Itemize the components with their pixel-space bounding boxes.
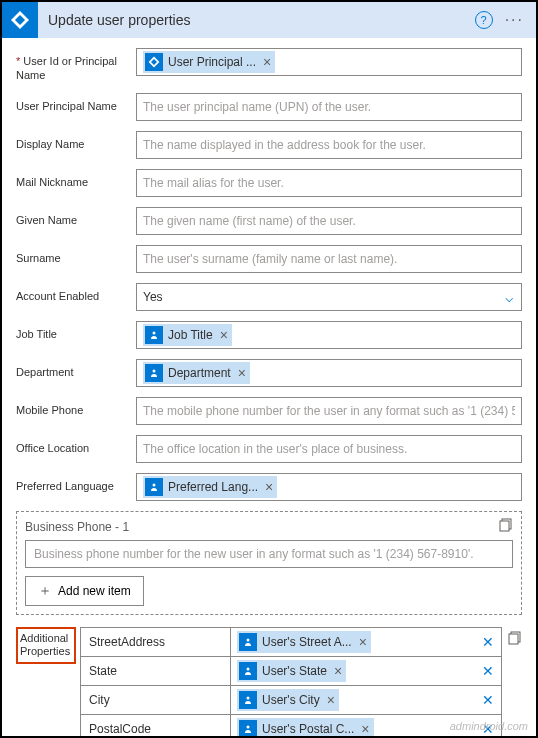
dynamic-content-icon <box>145 364 163 382</box>
property-token[interactable]: User's State× <box>237 660 346 682</box>
panel-header: Update user properties ? ··· <box>2 2 536 38</box>
remove-token-icon[interactable]: × <box>327 692 335 708</box>
dynamic-content-icon <box>239 691 257 709</box>
mobile-phone-label: Mobile Phone <box>16 397 136 417</box>
svg-rect-21 <box>509 634 518 644</box>
upn-label: User Principal Name <box>16 93 136 113</box>
property-row: StateUser's State×✕ <box>81 657 501 686</box>
additional-properties-table: StreetAddressUser's Street A...×✕StateUs… <box>80 627 502 738</box>
remove-token-icon[interactable]: × <box>361 721 369 737</box>
job-title-field[interactable]: Job Title × <box>136 321 522 349</box>
department-field[interactable]: Department × <box>136 359 522 387</box>
property-key[interactable]: StreetAddress <box>81 628 231 656</box>
remove-token-icon[interactable]: × <box>359 634 367 650</box>
svg-point-13 <box>247 696 250 699</box>
remove-token-icon[interactable]: × <box>334 663 342 679</box>
watermark: admindroid.com <box>450 720 528 732</box>
copy-icon[interactable] <box>499 518 513 532</box>
job-title-label: Job Title <box>16 321 136 341</box>
property-value[interactable]: User's City× <box>231 686 475 714</box>
property-token[interactable]: User's City× <box>237 689 339 711</box>
preferred-language-token[interactable]: Preferred Lang... × <box>143 476 277 498</box>
dynamic-content-icon <box>239 720 257 738</box>
preferred-language-label: Preferred Language <box>16 473 136 493</box>
business-phone-title: Business Phone - 1 <box>25 520 513 534</box>
dynamic-content-icon <box>145 326 163 344</box>
connector-icon <box>2 2 38 38</box>
panel-title: Update user properties <box>48 12 475 28</box>
svg-point-9 <box>247 638 250 641</box>
mail-nickname-input[interactable] <box>136 169 522 197</box>
delete-row-icon[interactable]: ✕ <box>475 628 501 656</box>
display-name-label: Display Name <box>16 131 136 151</box>
svg-point-11 <box>247 667 250 670</box>
form-body: * User Id or Principal Name User Princip… <box>2 38 536 738</box>
given-name-input[interactable] <box>136 207 522 235</box>
property-value[interactable]: User's State× <box>231 657 475 685</box>
delete-row-icon[interactable]: ✕ <box>475 686 501 714</box>
user-id-field[interactable]: User Principal ... × <box>136 48 522 76</box>
svg-point-1 <box>153 331 156 334</box>
svg-point-3 <box>153 369 156 372</box>
property-row: PostalCodeUser's Postal C...×✕ <box>81 715 501 738</box>
property-key[interactable]: City <box>81 686 231 714</box>
property-token[interactable]: User's Street A...× <box>237 631 371 653</box>
plus-icon: ＋ <box>38 582 52 600</box>
upn-input[interactable] <box>136 93 522 121</box>
remove-token-icon[interactable]: × <box>220 327 228 343</box>
azure-ad-icon <box>145 53 163 71</box>
given-name-label: Given Name <box>16 207 136 227</box>
svg-point-15 <box>247 725 250 728</box>
property-key[interactable]: State <box>81 657 231 685</box>
business-phone-array: Business Phone - 1 ＋ Add new item <box>16 511 522 615</box>
property-value[interactable]: User's Postal C...× <box>231 715 475 738</box>
remove-token-icon[interactable]: × <box>238 365 246 381</box>
property-row: CityUser's City×✕ <box>81 686 501 715</box>
mail-nickname-label: Mail Nickname <box>16 169 136 189</box>
chevron-down-icon: ⌵ <box>505 289 513 305</box>
dynamic-content-icon <box>239 633 257 651</box>
additional-properties-label: Additional Properties <box>16 627 76 665</box>
dynamic-content-icon <box>239 662 257 680</box>
office-location-input[interactable] <box>136 435 522 463</box>
property-key[interactable]: PostalCode <box>81 715 231 738</box>
account-enabled-label: Account Enabled <box>16 283 136 303</box>
dynamic-content-icon <box>145 478 163 496</box>
remove-token-icon[interactable]: × <box>265 479 273 495</box>
add-new-item-button[interactable]: ＋ Add new item <box>25 576 144 606</box>
delete-row-icon[interactable]: ✕ <box>475 657 501 685</box>
business-phone-input[interactable] <box>25 540 513 568</box>
preferred-language-field[interactable]: Preferred Lang... × <box>136 473 522 501</box>
property-row: StreetAddressUser's Street A...×✕ <box>81 628 501 657</box>
more-icon[interactable]: ··· <box>505 11 524 29</box>
svg-rect-7 <box>500 521 509 531</box>
user-id-label: * User Id or Principal Name <box>16 48 136 83</box>
user-id-token[interactable]: User Principal ... × <box>143 51 275 73</box>
department-token[interactable]: Department × <box>143 362 250 384</box>
surname-input[interactable] <box>136 245 522 273</box>
help-icon[interactable]: ? <box>475 11 493 29</box>
department-label: Department <box>16 359 136 379</box>
account-enabled-select[interactable]: Yes ⌵ <box>136 283 522 311</box>
surname-label: Surname <box>16 245 136 265</box>
property-value[interactable]: User's Street A...× <box>231 628 475 656</box>
job-title-token[interactable]: Job Title × <box>143 324 232 346</box>
copy-icon[interactable] <box>508 627 522 645</box>
remove-token-icon[interactable]: × <box>263 54 271 70</box>
svg-point-5 <box>153 483 156 486</box>
mobile-phone-input[interactable] <box>136 397 522 425</box>
display-name-input[interactable] <box>136 131 522 159</box>
property-token[interactable]: User's Postal C...× <box>237 718 374 738</box>
office-location-label: Office Location <box>16 435 136 455</box>
